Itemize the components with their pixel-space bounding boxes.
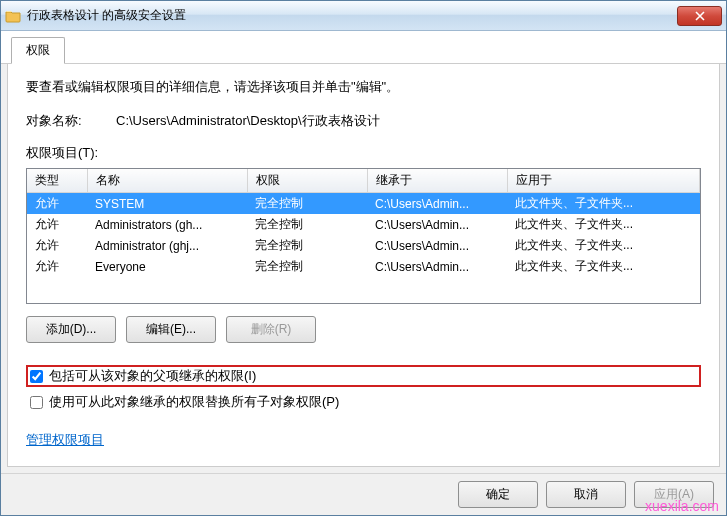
- close-icon: [695, 11, 705, 21]
- col-type[interactable]: 类型: [27, 169, 87, 193]
- col-apply[interactable]: 应用于: [507, 169, 700, 193]
- dialog-footer: 确定 取消 应用(A): [1, 473, 726, 515]
- cancel-button[interactable]: 取消: [546, 481, 626, 508]
- table-header-row[interactable]: 类型 名称 权限 继承于 应用于: [27, 169, 700, 193]
- cell-name: Administrator (ghj...: [87, 235, 247, 256]
- cell-inherit: C:\Users\Admin...: [367, 214, 507, 235]
- include-inherit-checkbox[interactable]: [30, 370, 43, 383]
- folder-icon: [5, 8, 21, 24]
- cell-type: 允许: [27, 193, 87, 215]
- object-label: 对象名称:: [26, 112, 116, 130]
- cell-perm: 完全控制: [247, 235, 367, 256]
- content-panel: 要查看或编辑权限项目的详细信息，请选择该项目并单击"编辑"。 对象名称: C:\…: [7, 64, 720, 467]
- cell-perm: 完全控制: [247, 214, 367, 235]
- advanced-security-window: 行政表格设计 的高级安全设置 权限 要查看或编辑权限项目的详细信息，请选择该项目…: [0, 0, 727, 516]
- titlebar[interactable]: 行政表格设计 的高级安全设置: [1, 1, 726, 31]
- cell-inherit: C:\Users\Admin...: [367, 193, 507, 215]
- replace-children-checkbox[interactable]: [30, 396, 43, 409]
- close-button[interactable]: [677, 6, 722, 26]
- cell-name: Everyone: [87, 256, 247, 277]
- cell-apply: 此文件夹、子文件夹...: [507, 214, 700, 235]
- col-name[interactable]: 名称: [87, 169, 247, 193]
- checkbox-area: 包括可从该对象的父项继承的权限(I) 使用可从此对象继承的权限替换所有子对象权限…: [26, 365, 701, 413]
- edit-button[interactable]: 编辑(E)...: [126, 316, 216, 343]
- manage-perm-link[interactable]: 管理权限项目: [26, 431, 104, 449]
- ok-button[interactable]: 确定: [458, 481, 538, 508]
- col-perm[interactable]: 权限: [247, 169, 367, 193]
- tab-strip: 权限: [1, 31, 726, 64]
- instruction-text: 要查看或编辑权限项目的详细信息，请选择该项目并单击"编辑"。: [26, 78, 701, 96]
- add-button[interactable]: 添加(D)...: [26, 316, 116, 343]
- cell-type: 允许: [27, 235, 87, 256]
- perm-list-label: 权限项目(T):: [26, 144, 701, 162]
- button-row: 添加(D)... 编辑(E)... 删除(R): [26, 316, 701, 343]
- cell-perm: 完全控制: [247, 193, 367, 215]
- cell-name: SYSTEM: [87, 193, 247, 215]
- cell-type: 允许: [27, 214, 87, 235]
- cell-inherit: C:\Users\Admin...: [367, 235, 507, 256]
- cell-name: Administrators (gh...: [87, 214, 247, 235]
- permissions-table[interactable]: 类型 名称 权限 继承于 应用于 允许SYSTEM完全控制C:\Users\Ad…: [26, 168, 701, 304]
- table-row[interactable]: 允许SYSTEM完全控制C:\Users\Admin...此文件夹、子文件夹..…: [27, 193, 700, 215]
- cell-type: 允许: [27, 256, 87, 277]
- object-path: C:\Users\Administrator\Desktop\行政表格设计: [116, 112, 380, 130]
- cell-inherit: C:\Users\Admin...: [367, 256, 507, 277]
- cell-perm: 完全控制: [247, 256, 367, 277]
- table-row[interactable]: 允许Administrators (gh...完全控制C:\Users\Admi…: [27, 214, 700, 235]
- remove-button[interactable]: 删除(R): [226, 316, 316, 343]
- include-inherit-row[interactable]: 包括可从该对象的父项继承的权限(I): [26, 365, 701, 387]
- include-inherit-label: 包括可从该对象的父项继承的权限(I): [49, 367, 256, 385]
- window-title: 行政表格设计 的高级安全设置: [27, 7, 677, 24]
- table-row[interactable]: 允许Administrator (ghj...完全控制C:\Users\Admi…: [27, 235, 700, 256]
- cell-apply: 此文件夹、子文件夹...: [507, 235, 700, 256]
- tab-permissions[interactable]: 权限: [11, 37, 65, 64]
- cell-apply: 此文件夹、子文件夹...: [507, 256, 700, 277]
- watermark: xuexila.com: [645, 498, 719, 514]
- object-row: 对象名称: C:\Users\Administrator\Desktop\行政表…: [26, 112, 701, 130]
- cell-apply: 此文件夹、子文件夹...: [507, 193, 700, 215]
- replace-children-row[interactable]: 使用可从此对象继承的权限替换所有子对象权限(P): [26, 391, 701, 413]
- col-inherit[interactable]: 继承于: [367, 169, 507, 193]
- replace-children-label: 使用可从此对象继承的权限替换所有子对象权限(P): [49, 393, 339, 411]
- table-row[interactable]: 允许Everyone完全控制C:\Users\Admin...此文件夹、子文件夹…: [27, 256, 700, 277]
